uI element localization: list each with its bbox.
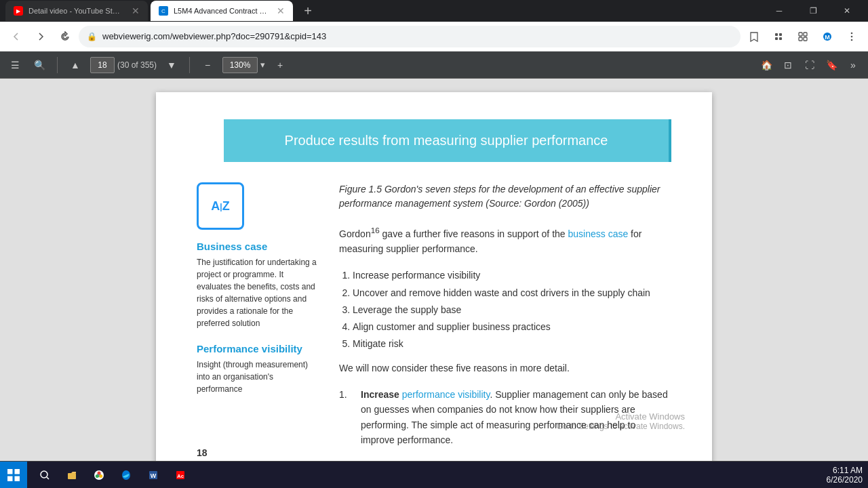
pdf-prev-btn[interactable]: ▲ — [66, 56, 85, 75]
pdf-zoom-value[interactable] — [222, 57, 258, 73]
svg-rect-0 — [775, 33, 778, 36]
pdf-zoom-in-btn[interactable]: + — [271, 56, 290, 75]
cips-favicon: C — [159, 6, 168, 16]
pdf-zoom-control: ▾ — [222, 57, 265, 73]
pdf-next-btn[interactable]: ▼ — [162, 56, 181, 75]
pdf-sidebar-btn[interactable]: ☰ — [5, 56, 24, 75]
date-display: 6/26/2020 — [827, 475, 863, 485]
address-text: webviewerig.com/webviewer.php?doc=290791… — [102, 31, 732, 41]
svg-point-11 — [851, 35, 853, 37]
pdf-toolbar: ☰ 🔍 ▲ (30 of 355) ▼ − ▾ + 🏠 ⊡ ⛶ 🔖 » — [0, 52, 868, 79]
taskbar: W Ac 6:11 AM 6/26/2020 — [0, 461, 868, 488]
collections-btn[interactable] — [792, 26, 814, 47]
sidebar: A|Z Business case The justification for … — [197, 182, 319, 453]
svg-point-24 — [99, 474, 102, 478]
content-area: A|Z Business case The justification for … — [197, 182, 671, 453]
pdf-more-btn[interactable]: » — [844, 56, 863, 75]
taskbar-chrome[interactable] — [87, 463, 111, 487]
sidebar-def-2: Insight (through measurement) into an or… — [197, 359, 319, 395]
svg-text:M: M — [825, 34, 830, 41]
detail-text-1: Increase performance visibility. Supplie… — [361, 387, 671, 448]
sidebar-def-1: The justification for undertaking a proj… — [197, 256, 319, 329]
pdf-page-total: (30 of 355) — [117, 60, 157, 70]
list-item-3: Leverage the supply base — [353, 302, 671, 319]
az-icon: A|Z — [197, 182, 244, 230]
start-button[interactable] — [0, 462, 27, 489]
refresh-btn[interactable] — [54, 26, 76, 47]
increase-bold: Increase — [361, 389, 399, 400]
navigation-bar: 🔒 webviewerig.com/webviewer.php?doc=2907… — [0, 22, 868, 52]
svg-rect-1 — [779, 33, 782, 36]
svg-point-12 — [851, 39, 853, 41]
pdf-page-input: (30 of 355) — [90, 57, 157, 73]
business-case-link[interactable]: business case — [568, 228, 629, 239]
tab-youtube-close[interactable]: ✕ — [132, 5, 140, 16]
pdf-fit-btn[interactable]: ⊡ — [778, 56, 797, 75]
svg-point-10 — [851, 32, 853, 34]
list-item-2: Uncover and remove hidden waste and cost… — [353, 285, 671, 302]
back-btn[interactable] — [5, 26, 27, 47]
main-content: Figure 1.5 Gordon's seven steps for the … — [339, 182, 671, 453]
sync-btn[interactable]: M — [816, 26, 838, 47]
maximize-btn[interactable]: ❐ — [797, 0, 829, 22]
time-display: 6:11 AM — [827, 466, 863, 475]
svg-text:W: W — [151, 472, 157, 479]
svg-rect-6 — [799, 37, 802, 41]
tab-youtube[interactable]: ▶ Detail video - YouTube Studio ✕ — [5, 1, 148, 21]
svg-rect-2 — [775, 37, 778, 40]
svg-rect-15 — [7, 476, 13, 481]
gordon-text: Gordon — [339, 228, 371, 239]
svg-rect-4 — [799, 33, 802, 36]
page-content: Produce results from measuring supplier … — [0, 79, 868, 461]
toolbar-separator-1 — [57, 57, 58, 73]
intro-mid: gave a further five reasons in support o… — [380, 228, 568, 239]
pdf-page-number[interactable] — [90, 57, 115, 73]
pdf-home-btn[interactable]: 🏠 — [757, 56, 776, 75]
tab-youtube-label: Detail video - YouTube Studio — [28, 7, 123, 15]
pdf-page: Produce results from measuring supplier … — [156, 92, 712, 461]
taskbar-time: 6:11 AM 6/26/2020 — [827, 466, 863, 485]
svg-point-22 — [98, 471, 101, 474]
minimize-btn[interactable]: ─ — [764, 0, 795, 22]
menu-btn[interactable] — [841, 26, 863, 47]
pdf-zoom-dropdown-icon[interactable]: ▾ — [260, 60, 265, 70]
svg-rect-5 — [804, 33, 807, 36]
pdf-fullscreen-btn[interactable]: ⛶ — [800, 56, 819, 75]
close-btn[interactable]: ✕ — [831, 0, 863, 22]
svg-rect-3 — [779, 37, 782, 40]
taskbar-word[interactable]: W — [141, 463, 165, 487]
list-item-5: Mitigate risk — [353, 336, 671, 352]
svg-text:Ac: Ac — [177, 473, 184, 479]
pdf-search-btn[interactable]: 🔍 — [30, 56, 49, 75]
detail-num-1: 1. — [339, 387, 353, 448]
figure-caption: Figure 1.5 Gordon's seven steps for the … — [339, 182, 671, 211]
svg-rect-13 — [7, 469, 13, 474]
browser-window: ▶ Detail video - YouTube Studio ✕ C L5M4… — [0, 0, 868, 461]
address-bar[interactable]: 🔒 webviewerig.com/webviewer.php?doc=2907… — [79, 26, 741, 47]
header-box: Produce results from measuring supplier … — [224, 119, 671, 162]
intro-paragraph: Gordon16 gave a further five reasons in … — [339, 224, 671, 256]
tab-cips[interactable]: C L5M4 Advanced Contract | CIPS ... ✕ — [151, 1, 293, 21]
forward-btn[interactable] — [30, 26, 52, 47]
taskbar-edge[interactable] — [114, 463, 138, 487]
bookmarks-btn[interactable] — [743, 26, 765, 47]
pdf-zoom-out-btn[interactable]: − — [198, 56, 217, 75]
page-number: 18 — [197, 447, 208, 458]
tab-cips-label: L5M4 Advanced Contract | CIPS ... — [174, 7, 269, 15]
detail-item-1: 1. Increase performance visibility. Supp… — [339, 387, 671, 448]
svg-rect-19 — [68, 473, 76, 479]
transition-text: We will now consider these five reasons … — [339, 361, 671, 375]
taskbar-acrobat[interactable]: Ac — [168, 463, 193, 487]
tab-cips-close[interactable]: ✕ — [277, 5, 285, 16]
window-controls: ─ ❐ ✕ — [764, 0, 863, 22]
toolbar-separator-2 — [189, 57, 190, 73]
new-tab-btn[interactable]: + — [298, 1, 317, 20]
pdf-bookmark-btn[interactable]: 🔖 — [822, 56, 841, 75]
extensions-btn[interactable] — [768, 26, 789, 47]
taskbar-file-explorer[interactable] — [60, 463, 84, 487]
taskbar-search[interactable] — [33, 463, 57, 487]
sidebar-term-1: Business case — [197, 241, 319, 252]
svg-rect-16 — [15, 476, 20, 481]
pdf-toolbar-right: 🏠 ⊡ ⛶ 🔖 » — [757, 56, 863, 75]
performance-visibility-link[interactable]: performance visibility — [402, 389, 490, 400]
